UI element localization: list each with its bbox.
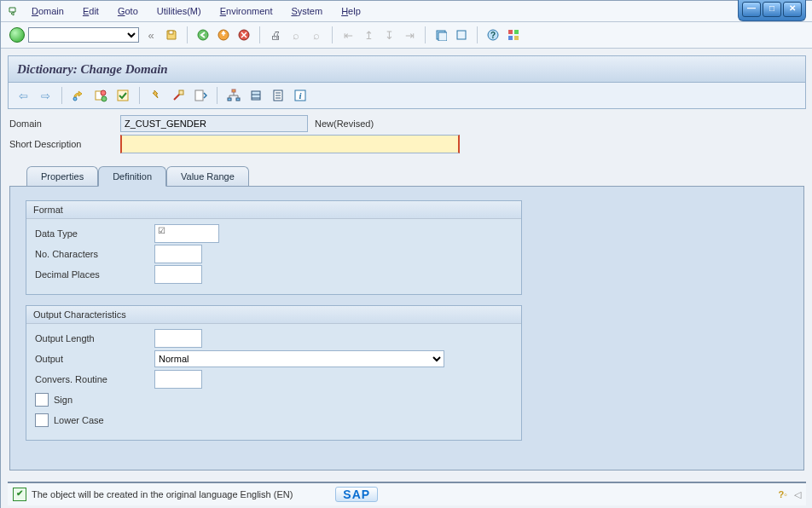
- tab-definition[interactable]: Definition: [98, 166, 166, 187]
- ok-code-enter-icon[interactable]: [9, 27, 25, 43]
- minimize-button[interactable]: —: [742, 2, 761, 17]
- status-ok-icon: ✔: [13, 488, 26, 501]
- nav-back-icon[interactable]: ⇦: [14, 86, 32, 105]
- output-length-field[interactable]: [154, 329, 202, 348]
- window-controls: — □ ✕: [738, 0, 806, 21]
- convers-routine-label: Convers. Routine: [35, 374, 154, 384]
- check-icon[interactable]: [113, 86, 132, 105]
- menu-help[interactable]: Help: [333, 3, 369, 20]
- tab-strip: Properties Definition Value Range: [9, 166, 804, 187]
- domain-status: New(Revised): [315, 118, 374, 129]
- lowercase-checkbox[interactable]: [35, 413, 49, 427]
- info-icon[interactable]: i: [291, 86, 310, 105]
- menu-indicator-icon[interactable]: [6, 4, 21, 18]
- menu-edit-label: dit: [89, 6, 99, 16]
- shortdesc-field[interactable]: [120, 135, 460, 153]
- svg-text:?: ?: [490, 31, 496, 40]
- status-help-icon[interactable]: ?◦: [778, 489, 787, 499]
- group-format-title: Format: [26, 201, 521, 219]
- new-session-icon[interactable]: [432, 26, 450, 43]
- display-list-icon[interactable]: [191, 86, 210, 105]
- save-icon[interactable]: [163, 26, 180, 43]
- data-type-label: Data Type: [35, 228, 154, 239]
- svg-point-13: [73, 97, 77, 101]
- menu-system[interactable]: System: [282, 3, 331, 20]
- svg-rect-22: [236, 98, 240, 101]
- sap-logo: SAP: [335, 487, 378, 502]
- svg-rect-5: [438, 32, 447, 41]
- decimal-places-label: Decimal Places: [35, 269, 154, 280]
- title-bar: Dictionary: Change Domain: [8, 55, 806, 83]
- maximize-button[interactable]: □: [763, 2, 781, 17]
- command-field[interactable]: [28, 27, 139, 43]
- shortdesc-label: Short Description: [9, 139, 120, 149]
- menu-environment[interactable]: Environment: [212, 3, 281, 20]
- exit-icon[interactable]: [215, 26, 232, 43]
- svg-rect-9: [508, 30, 513, 34]
- svg-rect-21: [228, 98, 231, 101]
- svg-rect-18: [179, 90, 183, 95]
- activate-icon[interactable]: [147, 86, 165, 105]
- tab-panel-definition: Format Data Type ☑ No. Characters: [9, 186, 804, 470]
- svg-rect-6: [457, 31, 466, 39]
- help-icon[interactable]: ?: [484, 26, 502, 43]
- tab-container: Properties Definition Value Range Format…: [9, 165, 804, 470]
- find-icon[interactable]: ⌕: [287, 26, 304, 43]
- no-chars-label: No. Characters: [35, 249, 154, 259]
- lowercase-label: Lower Case: [54, 415, 104, 425]
- menu-utilities[interactable]: Utilities(M): [148, 3, 210, 20]
- cancel-icon[interactable]: [235, 26, 252, 43]
- status-bar: ✔ The object will be created in the orig…: [8, 482, 806, 505]
- svg-rect-0: [169, 31, 173, 34]
- where-used-icon[interactable]: [169, 86, 188, 105]
- back-icon[interactable]: [194, 26, 212, 43]
- group-format: Format Data Type ☑ No. Characters: [26, 200, 522, 295]
- layout-menu-icon[interactable]: [505, 26, 522, 43]
- output-length-label: Output Length: [35, 333, 154, 343]
- application-toolbar: ⇦ ⇨ i: [8, 83, 806, 109]
- history-back-icon[interactable]: «: [142, 26, 160, 43]
- menu-goto[interactable]: Goto: [109, 3, 147, 20]
- menu-goto-label: oto: [125, 6, 137, 16]
- svg-rect-17: [118, 90, 128, 101]
- header-form: Domain New(Revised) Short Description: [9, 114, 804, 153]
- display-change-icon[interactable]: [69, 86, 88, 105]
- status-expand-icon[interactable]: ◁: [794, 489, 801, 500]
- page-title: Dictionary: Change Domain: [17, 62, 168, 77]
- close-button[interactable]: ✕: [783, 2, 802, 17]
- convers-routine-field[interactable]: [154, 370, 202, 389]
- hierarchy-icon[interactable]: [224, 86, 243, 105]
- output-label: Output: [35, 354, 154, 364]
- find-next-icon[interactable]: ⌕: [308, 26, 325, 43]
- sap-gui-window: — □ ✕ Domain Edit Goto Utilities(M) Envi…: [0, 0, 812, 508]
- menu-bar: Domain Edit Goto Utilities(M) Environmen…: [1, 1, 812, 22]
- group-output-title: Output Characteristics: [26, 306, 521, 324]
- f4-help-icon[interactable]: ☑: [158, 226, 165, 235]
- create-shortcut-icon[interactable]: [453, 26, 470, 43]
- tab-properties[interactable]: Properties: [26, 166, 98, 186]
- menu-domain[interactable]: Domain: [23, 3, 72, 20]
- sign-label: Sign: [54, 395, 72, 405]
- print-icon[interactable]: 🖨: [267, 26, 284, 43]
- decimal-places-field[interactable]: [154, 265, 202, 284]
- next-page-icon[interactable]: ↧: [380, 26, 397, 43]
- tab-value-range[interactable]: Value Range: [166, 166, 249, 186]
- menu-edit[interactable]: Edit: [74, 3, 107, 20]
- no-chars-field[interactable]: [154, 245, 202, 263]
- nav-fwd-icon[interactable]: ⇨: [36, 86, 55, 105]
- prev-page-icon[interactable]: ↥: [360, 26, 377, 43]
- other-object-icon[interactable]: [91, 86, 110, 105]
- last-page-icon[interactable]: ⇥: [401, 26, 418, 43]
- first-page-icon[interactable]: ⇤: [339, 26, 357, 43]
- svg-point-1: [198, 30, 208, 40]
- svg-rect-20: [232, 89, 235, 92]
- svg-rect-10: [514, 30, 519, 34]
- domain-field: [120, 115, 308, 132]
- output-select[interactable]: Normal: [154, 350, 444, 367]
- documentation-icon[interactable]: [269, 86, 287, 105]
- sign-checkbox[interactable]: [35, 393, 49, 407]
- menu-domain-label: omain: [38, 6, 64, 16]
- svg-rect-19: [195, 90, 203, 101]
- svg-rect-12: [514, 36, 519, 40]
- append-icon[interactable]: [246, 86, 265, 105]
